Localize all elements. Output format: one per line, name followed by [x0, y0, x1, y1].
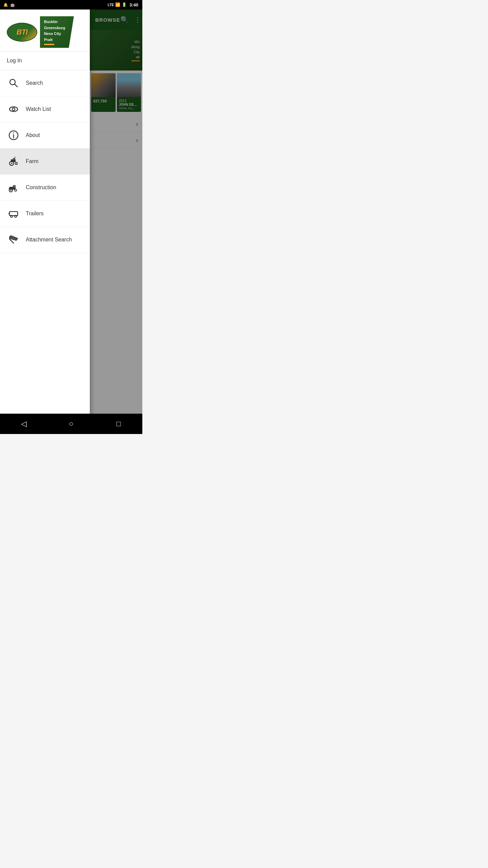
recents-button[interactable]: □	[108, 414, 129, 434]
svg-line-24	[11, 240, 14, 243]
trailer-icon	[7, 207, 20, 220]
logo-container: BTI Bucklin Greensburg Ness City Pratt	[7, 16, 83, 48]
tractor-icon	[7, 155, 20, 168]
notification-icon: 🔔	[3, 3, 8, 7]
bti-text: BTI	[17, 28, 27, 37]
sidebar-item-search[interactable]: Search	[0, 70, 90, 96]
svg-point-18	[10, 190, 12, 191]
svg-point-12	[16, 163, 17, 164]
info-icon	[7, 129, 20, 142]
watchlist-label: Watch List	[26, 106, 51, 112]
construction-label: Construction	[26, 184, 56, 191]
login-label[interactable]: Log In	[7, 58, 22, 63]
status-bar-left: 🔔 🤖	[3, 3, 15, 7]
login-section[interactable]: Log In	[0, 52, 90, 70]
android-icon: 🤖	[10, 3, 15, 7]
home-icon[interactable]: ○	[69, 419, 73, 428]
logo-city-greensburg: Greensburg	[44, 25, 70, 31]
svg-point-19	[15, 189, 17, 191]
attachment-label: Attachment Search	[26, 237, 72, 243]
about-label: About	[26, 132, 40, 138]
trailers-label: Trailers	[26, 211, 44, 217]
attachment-icon	[7, 233, 20, 246]
status-bar-right: LTE 📶 🔋 3:40	[108, 2, 138, 7]
sidebar-item-trailers[interactable]: Trailers	[0, 201, 90, 227]
signal-icon: 📶	[115, 2, 120, 7]
svg-rect-8	[13, 158, 15, 160]
sidebar-menu: Search Watch List	[0, 70, 90, 434]
sidebar-logo-section: BTI Bucklin Greensburg Ness City Pratt	[0, 9, 90, 52]
time-display: 3:40	[129, 2, 138, 7]
logo-city-nesscity: Ness City	[44, 31, 70, 37]
eye-icon	[7, 102, 20, 116]
sidebar-item-watchlist[interactable]: Watch List	[0, 96, 90, 122]
search-menu-icon	[7, 76, 20, 90]
svg-point-10	[11, 163, 12, 164]
sidebar-item-construction[interactable]: Construction	[0, 175, 90, 201]
svg-point-21	[11, 215, 13, 217]
svg-point-22	[15, 215, 17, 217]
logo-cities: Bucklin Greensburg Ness City Pratt	[40, 16, 74, 48]
logo-city-bucklin: Bucklin	[44, 19, 70, 25]
logo-city-pratt: Pratt	[44, 37, 70, 43]
sidebar-item-farm[interactable]: Farm	[0, 149, 90, 175]
battery-icon: 🔋	[122, 2, 127, 7]
lte-icon: LTE	[108, 3, 114, 7]
back-icon[interactable]: ◁	[21, 419, 27, 428]
main-container: BROWSE 🔍 ⋮ klinsburgCityatt $37,750	[0, 9, 142, 434]
farm-label: Farm	[26, 158, 38, 164]
svg-rect-15	[13, 185, 16, 188]
home-button[interactable]: ○	[61, 414, 81, 434]
svg-rect-20	[9, 212, 18, 216]
sidebar-item-about[interactable]: About	[0, 122, 90, 149]
bottom-navigation: ◁ ○ □	[0, 414, 142, 434]
sidebar-item-attachment[interactable]: Attachment Search	[0, 227, 90, 253]
svg-line-25	[9, 239, 11, 240]
bti-logo-oval: BTI	[7, 23, 37, 42]
back-button[interactable]: ◁	[14, 414, 34, 434]
recents-icon[interactable]: □	[116, 419, 121, 428]
status-bar: 🔔 🤖 LTE 📶 🔋 3:40	[0, 0, 142, 9]
svg-point-6	[13, 133, 14, 134]
dim-overlay[interactable]	[90, 9, 142, 434]
search-label: Search	[26, 80, 43, 86]
construction-icon	[7, 181, 20, 194]
logo-accent-bar	[44, 44, 54, 45]
sidebar-drawer: BTI Bucklin Greensburg Ness City Pratt L…	[0, 9, 90, 434]
svg-point-3	[12, 108, 15, 111]
svg-line-1	[15, 84, 17, 87]
